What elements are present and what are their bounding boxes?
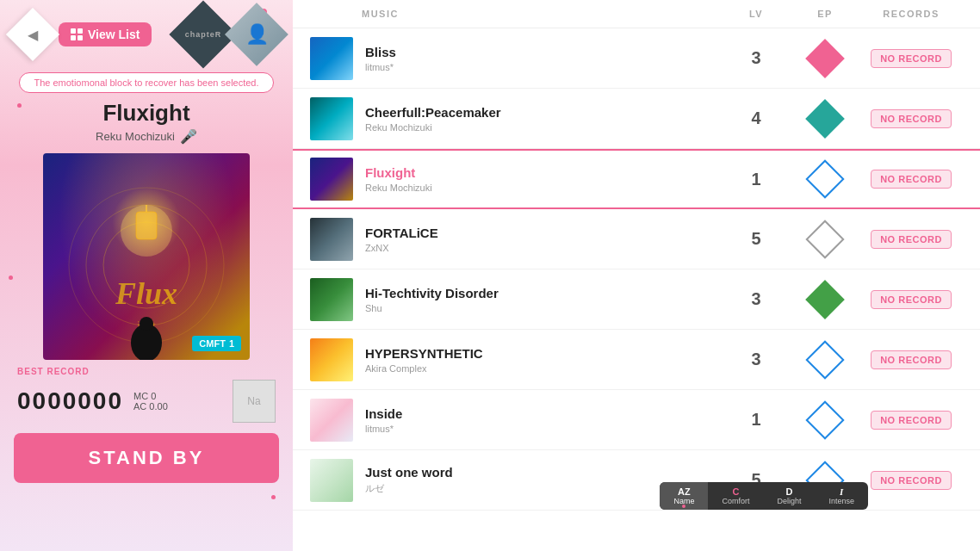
- song-thumbnail: [310, 158, 353, 201]
- records-cell: NO RECORD: [859, 109, 963, 128]
- svg-point-9: [140, 317, 153, 331]
- music-info: Bliss litmus*: [353, 45, 722, 72]
- info-banner-text: The emotiomonal block to recover has bee…: [34, 77, 258, 88]
- sort-intense[interactable]: I Intense: [815, 482, 868, 510]
- header-records: RECORDS: [859, 9, 963, 19]
- back-button[interactable]: ◀: [6, 8, 59, 61]
- record-stats: MC 0 AC 0.00: [133, 391, 168, 412]
- sort-comfort-icon: C: [732, 486, 739, 497]
- music-artist: Akira Complex: [365, 363, 722, 374]
- table-row[interactable]: Cheerfull:Peacemaker Reku Mochizuki 4 NO…: [293, 89, 980, 149]
- no-record-badge: NO RECORD: [871, 230, 952, 249]
- sort-toolbar: AZ Name C Comfort D Delight I Intense: [660, 482, 868, 510]
- lv-cell: 3: [722, 48, 791, 68]
- sort-delight[interactable]: D Delight: [763, 482, 815, 510]
- music-info: Hi-Techtivity Disorder Shu: [353, 286, 722, 313]
- table-header: MUSIC LV EP RECORDS: [293, 0, 980, 28]
- difficulty-badge: CMFT 1: [192, 336, 241, 351]
- music-name: FORTALiCE: [365, 226, 722, 240]
- records-cell: NO RECORD: [859, 411, 963, 430]
- best-record-label: BEST RECORD: [17, 367, 276, 376]
- music-info: FORTALiCE ZxNX: [353, 226, 722, 253]
- album-art-container: Flux ight CMFT 1: [43, 153, 250, 360]
- sort-name[interactable]: AZ Name: [660, 482, 708, 510]
- table-row[interactable]: FORTALiCE ZxNX 5 NO RECORD: [293, 209, 980, 269]
- song-thumbnail: [310, 399, 353, 442]
- list-icon: [71, 28, 83, 40]
- album-art-circles: Flux ight: [43, 153, 250, 360]
- ep-cell: [791, 45, 859, 72]
- table-row[interactable]: Bliss litmus* 3 NO RECORD: [293, 28, 980, 89]
- records-cell: NO RECORD: [859, 230, 963, 249]
- lv-cell: 4: [722, 108, 791, 128]
- table-row[interactable]: Hi-Techtivity Disorder Shu 3 NO RECORD: [293, 269, 980, 330]
- records-cell: NO RECORD AZ Name C Comfort D Delight I …: [859, 471, 963, 490]
- table-row[interactable]: Inside litmus* 1 NO RECORD: [293, 390, 980, 450]
- table-row[interactable]: HYPERSYNTHETIC Akira Complex 3 NO RECORD: [293, 330, 980, 390]
- ep-cell: [791, 226, 859, 253]
- music-info: Cheerfull:Peacemaker Reku Mochizuki: [353, 105, 722, 133]
- music-artist: Shu: [365, 303, 722, 313]
- sort-name-active-dot: [682, 505, 685, 508]
- svg-rect-6: [136, 212, 157, 239]
- back-icon: ◀: [28, 27, 38, 43]
- lv-cell: 3: [722, 350, 791, 369]
- sort-intense-icon: I: [840, 486, 843, 497]
- lv-cell: 5: [722, 229, 791, 249]
- difficulty-label: CMFT: [199, 338, 226, 349]
- music-info: Inside litmus*: [353, 406, 722, 434]
- top-nav: ◀ View List chapteR 👤: [0, 0, 293, 69]
- record-thumbnail: Na: [233, 380, 276, 423]
- mic-icon: 🎤: [180, 128, 197, 145]
- avatar-image: 👤: [225, 3, 288, 66]
- chapter-label: chapteR: [185, 30, 222, 40]
- no-record-badge: NO RECORD: [871, 170, 952, 189]
- stand-by-button[interactable]: STAND BY: [14, 433, 279, 483]
- music-artist: litmus*: [365, 424, 722, 434]
- deco-dot-2: [17, 103, 22, 108]
- records-cell: NO RECORD: [859, 49, 963, 68]
- view-list-button[interactable]: View List: [59, 22, 152, 46]
- lv-cell: 1: [722, 410, 791, 430]
- no-record-badge: NO RECORD: [871, 471, 952, 490]
- svg-text:Flux: Flux: [115, 276, 177, 311]
- header-music: MUSIC: [353, 9, 722, 19]
- deco-dot-4: [271, 495, 276, 499]
- left-panel: ◀ View List chapteR 👤 The emotiomonal bl…: [0, 0, 293, 551]
- view-list-label: View List: [88, 28, 140, 41]
- song-thumbnail: [310, 218, 353, 261]
- album-art: Flux ight CMFT 1: [43, 153, 250, 360]
- music-name: Hi-Techtivity Disorder: [365, 286, 722, 300]
- song-thumbnail: [310, 459, 353, 502]
- right-panel: MUSIC LV EP RECORDS Bliss litmus* 3 NO R…: [293, 0, 980, 551]
- song-thumbnail: [310, 37, 353, 80]
- sort-comfort[interactable]: C Comfort: [708, 482, 763, 510]
- thumbnail-placeholder: Na: [247, 395, 260, 407]
- music-info: Fluxight Reku Mochizuki: [353, 165, 722, 193]
- no-record-badge: NO RECORD: [871, 49, 952, 68]
- records-cell: NO RECORD: [859, 290, 963, 309]
- ep-cell: [791, 346, 859, 374]
- song-title: Fluxight: [102, 100, 189, 127]
- no-record-badge: NO RECORD: [871, 411, 952, 430]
- table-row[interactable]: Fluxight Reku Mochizuki 1 NO RECORD: [293, 149, 980, 209]
- music-name: Fluxight: [365, 165, 722, 180]
- chapter-avatar: 👤: [225, 3, 288, 66]
- music-name: HYPERSYNTHETIC: [365, 346, 722, 361]
- header-lv: LV: [722, 9, 791, 19]
- music-artist: Reku Mochizuki: [365, 183, 722, 193]
- music-name: Just one word: [365, 465, 722, 480]
- best-record-row: 0000000 MC 0 AC 0.00 Na: [17, 380, 276, 423]
- table-row[interactable]: Just one word ルゼ 5 NO RECORD AZ Name C C…: [293, 450, 980, 511]
- ep-cell: [791, 406, 859, 434]
- header-ep: EP: [791, 9, 859, 19]
- sort-name-icon: AZ: [678, 486, 691, 497]
- music-name: Cheerfull:Peacemaker: [365, 105, 722, 120]
- records-cell: NO RECORD: [859, 350, 963, 369]
- ep-cell: [791, 165, 859, 193]
- song-thumbnail: [310, 97, 353, 140]
- song-artist-row: Reku Mochizuki 🎤: [96, 128, 197, 145]
- lv-cell: 1: [722, 170, 791, 189]
- song-thumbnail: [310, 278, 353, 321]
- deco-dot-5: [9, 276, 13, 280]
